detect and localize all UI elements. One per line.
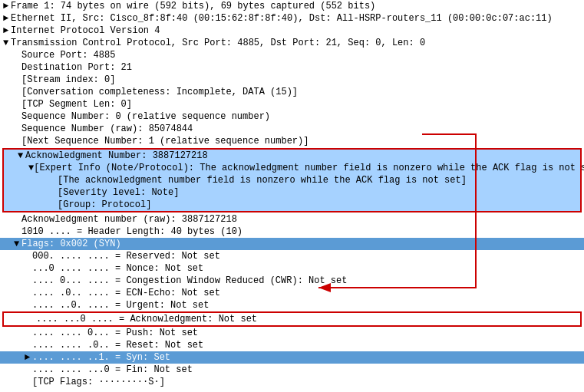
packet-tree: ► Frame 1: 74 bytes on wire (592 bits), … [0,0,584,392]
ecn-echo-text: .... .0.. .... = ECN-Echo: Not set [32,288,220,298]
urgent-row: .... ..0. .... = Urgent: Not set [0,299,584,311]
src-port-text: Source Port: 4885 [21,50,115,61]
tcp-flags-text: [TCP Flags: ·········S·] [32,377,165,387]
spacer [14,50,21,61]
ack-flag-box: .... ...0 .... = Acknowledgment: Not set [2,311,582,327]
frame-text: Frame 1: 74 bytes on wire (592 bits), 69… [11,1,375,12]
header-len-row[interactable]: 1010 .... = Header Length: 40 bytes (10) [0,226,584,238]
fin-text: .... .... ...0 = Fin: Not set [32,364,193,375]
expert-info-text: [Expert Info (Note/Protocol): The acknow… [34,163,584,173]
ack-section-box: ▼ Acknowledgment Number: 3887127218 ▼ [E… [2,148,582,212]
tcp-row[interactable]: ▼ Transmission Control Protocol, Src Por… [0,37,584,49]
cwr-text: .... 0... .... = Congestion Window Reduc… [32,275,347,286]
ack-num-raw-row[interactable]: Acknowledgment number (raw): 3887127218 [0,213,584,226]
cwr-row: .... 0... .... = Congestion Window Reduc… [0,275,584,287]
expert-info-row[interactable]: ▼ [Expert Info (Note/Protocol): The ackn… [4,162,580,174]
ack-num-raw-text: Acknowledgment number (raw): 3887127218 [21,214,237,225]
ack-flag-row: .... ...0 .... = Acknowledgment: Not set [4,313,580,325]
reset-text: .... .... .0.. = Reset: Not set [32,340,203,351]
expand-icon-frame[interactable]: ► [3,1,11,12]
syn-row[interactable]: ► .... .... ..1. = Syn: Set [0,351,584,364]
ip-text: Internet Protocol Version 4 [11,25,160,36]
stream-index-text: [Stream index: 0] [21,74,115,85]
fin-row: .... .... ...0 = Fin: Not set [0,364,584,376]
seq-num-raw-text: Sequence Number (raw): 85074844 [21,124,193,134]
group-row: [Group: Protocol] [4,199,580,211]
flags-text: Flags: 0x002 (SYN) [21,239,121,249]
syn-text: .... .... ..1. = Syn: Set [32,352,170,363]
ack-num-text: Acknowledgment Number: 3887127218 [25,150,208,161]
next-seq-text: [Next Sequence Number: 1 (relative seque… [21,136,308,147]
nonce-row: ...0 .... .... = Nonce: Not set [0,262,584,275]
tcp-seg-len-row[interactable]: [TCP Segment Len: 0] [0,98,584,110]
seq-num-row[interactable]: Sequence Number: 0 (relative sequence nu… [0,110,584,123]
dst-port-row[interactable]: Destination Port: 21 [0,61,584,74]
seq-num-raw-row[interactable]: Sequence Number (raw): 85074844 [0,123,584,135]
src-port-row[interactable]: Source Port: 4885 [0,49,584,61]
expand-icon-ip[interactable]: ► [3,25,11,36]
ip-row[interactable]: ► Internet Protocol Version 4 [0,25,584,37]
urgent-text: .... ..0. .... = Urgent: Not set [32,300,209,311]
push-text: .... .... 0... = Push: Not set [32,328,198,338]
tcp-seg-len-text: [TCP Segment Len: 0] [21,99,132,110]
severity-text: [Severity level: Note] [58,187,179,198]
expand-icon-ethernet[interactable]: ► [3,13,11,24]
seq-num-text: Sequence Number: 0 (relative sequence nu… [21,111,270,122]
reserved-text: 000. .... .... = Reserved: Not set [32,251,220,262]
expand-icon-expert[interactable]: ▼ [28,163,34,173]
expand-icon-ack[interactable]: ▼ [18,150,25,161]
stream-index-row[interactable]: [Stream index: 0] [0,74,584,86]
next-seq-row[interactable]: [Next Sequence Number: 1 (relative seque… [0,135,584,147]
header-len-text: 1010 .... = Header Length: 40 bytes (10) [21,226,243,237]
push-row: .... .... 0... = Push: Not set [0,327,584,339]
expert-detail-text: [The acknowledgment number field is nonz… [58,175,467,186]
tcp-flags-row: [TCP Flags: ·········S·] [0,376,584,388]
ecn-echo-row: .... .0.. .... = ECN-Echo: Not set [0,287,584,299]
nonce-text: ...0 .... .... = Nonce: Not set [32,263,203,274]
reserved-row: 000. .... .... = Reserved: Not set [0,250,584,262]
expand-icon-syn[interactable]: ► [25,352,32,363]
group-text: [Group: Protocol] [58,199,151,210]
expand-icon-flags[interactable]: ▼ [14,239,21,249]
ethernet-row[interactable]: ► Ethernet II, Src: Cisco_8f:8f:40 (00:1… [0,12,584,25]
conv-complete-text: [Conversation completeness: Incomplete, … [21,87,298,97]
expert-detail-row: [The acknowledgment number field is nonz… [4,174,580,186]
dst-port-text: Destination Port: 21 [21,62,132,73]
ack-num-row[interactable]: ▼ Acknowledgment Number: 3887127218 [4,150,580,162]
flags-row[interactable]: ▼ Flags: 0x002 (SYN) [0,238,584,250]
ack-flag-text: .... ...0 .... = Acknowledgment: Not set [36,314,257,324]
frame-row[interactable]: ► Frame 1: 74 bytes on wire (592 bits), … [0,0,584,12]
conv-complete-row[interactable]: [Conversation completeness: Incomplete, … [0,86,584,98]
reset-row: .... .... .0.. = Reset: Not set [0,339,584,351]
severity-row: [Severity level: Note] [4,186,580,199]
ethernet-text: Ethernet II, Src: Cisco_8f:8f:40 (00:15:… [11,13,553,24]
tcp-text: Transmission Control Protocol, Src Port:… [11,38,425,48]
expand-icon-tcp[interactable]: ▼ [3,38,11,48]
